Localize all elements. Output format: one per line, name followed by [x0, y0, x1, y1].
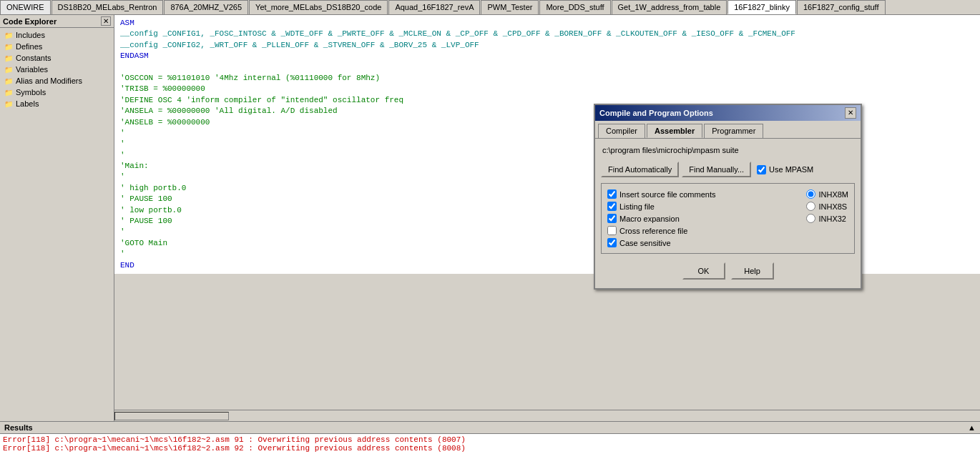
- folder-icon: 📁: [4, 54, 13, 62]
- inhx32-label: INHX32: [818, 214, 846, 223]
- horizontal-scrollbar[interactable]: [114, 410, 980, 421]
- results-content: Error[118] c:\progra~1\mecani~1\mcs\16f1…: [0, 434, 980, 454]
- tab-aquad[interactable]: Aquad_16F1827_revA: [388, 0, 480, 14]
- sidebar-title: Code Explorer: [3, 17, 57, 26]
- compile-dialog: Compile and Program Options ✕ Compiler A…: [594, 104, 862, 290]
- options-row: Insert source file comments Listing file…: [607, 189, 848, 247]
- tab-16f1827_config[interactable]: 16F1827_config_stuff: [797, 0, 886, 14]
- tab-more_dds[interactable]: More_DDS_stuff: [539, 0, 610, 14]
- radio-inhx32: INHX32: [806, 214, 848, 223]
- ok-button[interactable]: OK: [682, 262, 725, 280]
- tab-yet_more[interactable]: Yet_more_MELabs_DS18B20_code: [249, 0, 388, 14]
- use-mpasm-checkbox[interactable]: [757, 165, 766, 174]
- sidebar-item-defines[interactable]: 📁Defines: [1, 41, 112, 52]
- inhx8m-label: INHX8M: [818, 190, 848, 199]
- tab-ds18b20[interactable]: DS18B20_MELabs_Rentron: [52, 0, 164, 14]
- checkbox-cross-reference: Cross reference file: [607, 226, 716, 235]
- tab-programmer[interactable]: Programmer: [704, 124, 763, 138]
- inhx32-radio[interactable]: [806, 214, 815, 223]
- folder-icon: 📁: [4, 31, 13, 39]
- help-button[interactable]: Help: [731, 262, 774, 280]
- macro-expansion-checkbox[interactable]: [607, 214, 617, 223]
- find-manually-button[interactable]: Find Manually...: [682, 162, 751, 177]
- radio-inhx8s: INHX8S: [806, 202, 848, 211]
- sidebar-item-variables[interactable]: 📁Variables: [1, 64, 112, 75]
- error-line: Error[118] c:\progra~1\mecani~1\mcs\16f1…: [3, 435, 977, 444]
- inhx8s-label: INHX8S: [818, 202, 847, 211]
- tab-onewire[interactable]: ONEWIRE: [0, 0, 51, 14]
- dialog-titlebar: Compile and Program Options ✕: [595, 105, 861, 121]
- checkbox-listing-file: Listing file: [607, 202, 716, 211]
- scrollbar-thumb[interactable]: [114, 412, 229, 420]
- tree-item-label: Alias and Modifiers: [16, 77, 82, 85]
- tree-item-label: Includes: [16, 31, 45, 39]
- insert-comments-checkbox[interactable]: [607, 189, 617, 199]
- insert-comments-label: Insert source file comments: [619, 190, 716, 199]
- code-line: 'OSCCON = %01101010 '4Mhz internal (%011…: [120, 73, 974, 84]
- tab-get1w[interactable]: Get_1W_address_from_table: [612, 0, 727, 14]
- sidebar-header: Code Explorer ✕: [0, 15, 114, 28]
- results-expand-icon[interactable]: ▲: [968, 423, 976, 432]
- dialog-tab-bar: Compiler Assembler Programmer: [595, 121, 861, 139]
- inhx8m-radio[interactable]: [806, 189, 815, 199]
- tab-assembler[interactable]: Assembler: [647, 124, 702, 138]
- sidebar-tree: 📁Includes📁Defines📁Constants📁Variables📁Al…: [0, 28, 114, 421]
- checkbox-macro-expansion: Macro expansion: [607, 214, 716, 223]
- folder-icon: 📁: [4, 66, 13, 74]
- code-line: ENDASM: [120, 51, 974, 61]
- tab-pwm[interactable]: PWM_Tester: [481, 0, 539, 14]
- results-title: Results: [4, 423, 33, 432]
- code-line: [120, 62, 974, 73]
- sidebar-item-constants[interactable]: 📁Constants: [1, 52, 112, 64]
- code-line: __config _CONFIG1, _FOSC_INTOSC & _WDTE_…: [120, 29, 974, 39]
- use-mpasm-label: Use MPASM: [769, 165, 813, 174]
- error-line: Error[118] c:\progra~1\mecani~1\mcs\16f1…: [3, 444, 977, 453]
- case-sensitive-checkbox[interactable]: [607, 238, 617, 247]
- action-buttons: OK Help: [601, 260, 855, 282]
- tab-compiler[interactable]: Compiler: [598, 124, 645, 138]
- tree-item-label: Variables: [16, 65, 48, 74]
- sidebar-item-labels[interactable]: 📁Labels: [1, 98, 112, 109]
- sidebar-close-button[interactable]: ✕: [101, 16, 111, 26]
- folder-icon: 📁: [4, 77, 13, 85]
- dialog-content: c:\program files\microchip\mpasm suite F…: [595, 139, 861, 288]
- code-line: __config _CONFIG2, _WRT_OFF & _PLLEN_OFF…: [120, 40, 974, 51]
- sidebar-item-includes[interactable]: 📁Includes: [1, 29, 112, 41]
- folder-icon: 📁: [4, 89, 13, 97]
- find-buttons-row: Find Automatically Find Manually... Use …: [601, 162, 855, 177]
- tree-item-label: Labels: [16, 99, 39, 108]
- find-automatically-button[interactable]: Find Automatically: [601, 162, 679, 177]
- folder-icon: 📁: [4, 100, 13, 108]
- tree-item-label: Defines: [16, 42, 42, 51]
- checkboxes-column: Insert source file comments Listing file…: [607, 189, 716, 247]
- options-section: Insert source file comments Listing file…: [601, 183, 855, 254]
- sidebar: Code Explorer ✕ 📁Includes📁Defines📁Consta…: [0, 15, 114, 421]
- inhx8s-radio[interactable]: [806, 202, 815, 211]
- sidebar-item-symbols[interactable]: 📁Symbols: [1, 87, 112, 98]
- folder-icon: 📁: [4, 43, 13, 51]
- radio-inhx8m: INHX8M: [806, 189, 848, 199]
- results-bar: Results ▲ Error[118] c:\progra~1\mecani~…: [0, 421, 980, 454]
- tree-item-label: Constants: [16, 54, 52, 62]
- checkbox-insert-comments: Insert source file comments: [607, 189, 716, 199]
- sidebar-item-alias-and-modifiers[interactable]: 📁Alias and Modifiers: [1, 75, 112, 87]
- radio-column: INHX8M INHX8S INHX32: [806, 189, 848, 247]
- listing-file-checkbox[interactable]: [607, 202, 617, 211]
- dialog-title: Compile and Program Options: [599, 109, 713, 117]
- checkbox-case-sensitive: Case sensitive: [607, 238, 716, 247]
- tab-16f1827_blinky[interactable]: 16F1827_blinky: [727, 0, 796, 14]
- macro-expansion-label: Macro expansion: [619, 214, 680, 223]
- cross-reference-label: Cross reference file: [619, 227, 687, 235]
- case-sensitive-label: Case sensitive: [619, 239, 671, 247]
- code-line: ASM: [120, 18, 974, 29]
- use-mpasm-option: Use MPASM: [757, 165, 813, 174]
- tab-bar: ONEWIREDS18B20_MELabs_Rentron876A_20MHZ_…: [0, 0, 980, 15]
- tree-item-label: Symbols: [16, 88, 46, 97]
- path-label: c:\program files\microchip\mpasm suite: [601, 144, 855, 156]
- dialog-close-button[interactable]: ✕: [845, 107, 856, 119]
- listing-file-label: Listing file: [619, 202, 655, 211]
- tab-876a[interactable]: 876A_20MHZ_V265: [164, 0, 248, 14]
- code-line: 'TRISB = %00000000: [120, 84, 974, 94]
- results-header: Results ▲: [0, 422, 980, 434]
- cross-reference-checkbox[interactable]: [607, 226, 617, 235]
